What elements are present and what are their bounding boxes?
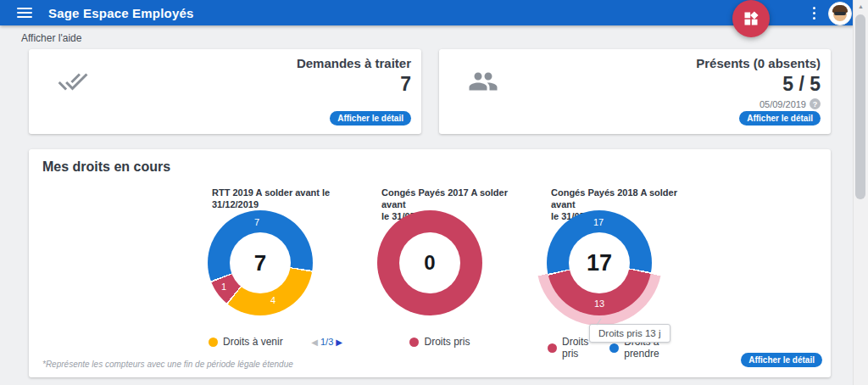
legend-pager: ◀ 1/3 ▶ — [311, 337, 342, 347]
legend-label: Droits à venir — [223, 336, 283, 348]
chart-title: RTT 2019 A solder avant le 31/12/2019 — [212, 187, 341, 210]
user-avatar[interactable] — [828, 2, 852, 25]
donut-chart-rtt-2019: RTT 2019 A solder avant le 31/12/2019 7 … — [195, 180, 346, 365]
double-check-icon — [58, 66, 88, 100]
donut-ring[interactable]: 0 — [377, 210, 482, 315]
app-title: Sage Espace Employés — [48, 6, 194, 20]
widgets-fab-button[interactable] — [732, 0, 770, 37]
legend-dot-blue — [609, 343, 619, 353]
chart-legend: Droits à venir — [209, 336, 283, 348]
widgets-icon — [743, 10, 760, 27]
segment-value-red: 1 — [221, 282, 226, 292]
pager-next-icon[interactable]: ▶ — [336, 338, 342, 347]
presence-count: 5 / 5 — [782, 73, 821, 96]
legend-dot-red — [548, 343, 557, 353]
requests-card: Demandes à traiter 7 Afficher le détail — [29, 49, 421, 134]
donut-chart-cp-2017: Congés Payés 2017 A solder avant le 31/0… — [364, 180, 515, 365]
legend-item: Droits à venir — [209, 336, 283, 348]
hamburger-menu-icon[interactable] — [17, 8, 32, 18]
segment-value-yellow: 4 — [270, 295, 275, 305]
footnote: *Représente les compteurs avec une fin d… — [42, 360, 293, 369]
overflow-menu-icon[interactable] — [813, 7, 816, 20]
donut-ring[interactable]: 7 1 4 7 — [208, 210, 313, 315]
rights-section-title: Mes droits en cours — [42, 159, 170, 175]
requests-detail-button[interactable]: Afficher le détail — [330, 111, 411, 126]
requests-card-title: Demandes à traiter — [297, 56, 411, 70]
donut-center-value: 7 — [230, 232, 291, 293]
segment-value-blue: 17 — [593, 217, 604, 227]
people-icon — [468, 66, 498, 100]
chart-tooltip: Droits pris 13 j — [589, 324, 670, 343]
avatar-sunglasses — [834, 12, 846, 15]
vertical-scrollbar[interactable]: ▲ — [853, 0, 868, 385]
segment-value-red: 13 — [594, 299, 604, 309]
presence-card: Présents (0 absents) 5 / 5 05/09/2019 ? … — [439, 49, 831, 134]
legend-item: Droits pris — [409, 336, 470, 348]
requests-count: 7 — [400, 73, 411, 96]
pager-prev-icon[interactable]: ◀ — [311, 338, 318, 347]
donut-ring[interactable]: 17 13 17 — [547, 210, 652, 315]
pager-label: 1/3 — [320, 337, 333, 347]
presence-card-title: Présents (0 absents) — [696, 56, 821, 70]
donut-center-value: 0 — [399, 232, 460, 293]
segment-value-blue: 7 — [254, 217, 259, 227]
presence-date: 05/09/2019 — [760, 99, 806, 109]
legend-dot-yellow — [209, 338, 218, 347]
app-header: Sage Espace Employés — [0, 0, 854, 25]
presence-date-row: 05/09/2019 ? — [760, 98, 821, 109]
app-root: Sage Espace Employés Afficher l'aide Dem… — [0, 0, 868, 385]
legend-label: Droits pris — [424, 336, 470, 348]
rights-card: Mes droits en cours RTT 2019 A solder av… — [29, 149, 831, 377]
chart-legend: Droits pris — [364, 336, 515, 348]
help-question-icon[interactable]: ? — [810, 98, 821, 109]
rights-detail-button[interactable]: Afficher le détail — [741, 353, 822, 367]
legend-dot-red — [409, 338, 419, 347]
scroll-up-arrow-icon[interactable]: ▲ — [854, 3, 868, 9]
scrollbar-thumb[interactable] — [855, 14, 865, 199]
show-help-link[interactable]: Afficher l'aide — [21, 32, 81, 44]
donut-center-value: 17 — [569, 232, 630, 293]
presence-detail-button[interactable]: Afficher le détail — [739, 111, 821, 126]
